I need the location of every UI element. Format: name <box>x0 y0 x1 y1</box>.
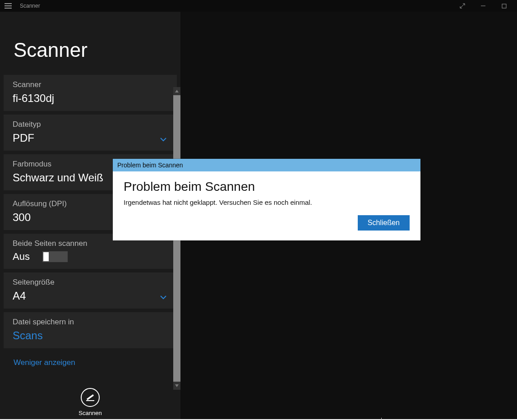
both-sides-toggle[interactable] <box>43 252 67 261</box>
toggle-state: Aus <box>13 251 30 263</box>
svg-marker-3 <box>175 384 179 387</box>
chevron-down-icon <box>160 293 167 301</box>
scan-button-label: Scannen <box>78 410 102 416</box>
setting-page-size[interactable]: Seitengröße A4 <box>4 272 177 309</box>
svg-marker-2 <box>175 90 179 92</box>
setting-value: Scans <box>13 329 168 342</box>
scan-button[interactable] <box>81 388 100 407</box>
window-controls <box>452 1 514 10</box>
dialog-heading: Problem beim Scannen <box>124 180 410 194</box>
setting-label: Datei speichern in <box>13 318 168 327</box>
setting-value: A4 <box>13 290 168 302</box>
window-title: Scanner <box>20 3 40 9</box>
setting-value: PDF <box>13 132 168 144</box>
chevron-down-icon <box>160 135 167 143</box>
show-less-link[interactable]: Weniger anzeigen <box>0 352 180 367</box>
scroll-up-icon[interactable] <box>173 87 180 95</box>
maximize-icon[interactable] <box>494 1 514 10</box>
setting-file-type[interactable]: Dateityp PDF <box>4 115 177 151</box>
svg-rect-4 <box>86 400 94 401</box>
setting-label: Beide Seiten scannen <box>13 239 168 248</box>
page-title: Scanner <box>0 12 180 75</box>
setting-save-to[interactable]: Datei speichern in Scans <box>4 312 177 348</box>
setting-label: Scanner <box>13 80 168 89</box>
setting-label: Dateityp <box>13 120 168 129</box>
hamburger-icon[interactable] <box>5 3 12 9</box>
scanner-icon <box>85 392 96 403</box>
setting-value: fi-6130dj <box>13 92 168 105</box>
svg-rect-1 <box>502 4 506 8</box>
setting-label: Seitengröße <box>13 278 168 287</box>
expand-icon[interactable] <box>452 1 473 10</box>
window-titlebar: Scanner <box>0 0 517 12</box>
error-dialog: Problem beim Scannen Problem beim Scanne… <box>113 159 420 240</box>
dialog-message: Irgendetwas hat nicht geklappt. Versuche… <box>124 198 410 206</box>
minimize-icon[interactable] <box>473 1 494 10</box>
dialog-titlebar[interactable]: Problem beim Scannen <box>113 159 420 171</box>
dialog-close-button[interactable]: Schließen <box>358 215 410 231</box>
setting-scanner[interactable]: Scanner fi-6130dj <box>4 75 177 111</box>
status-separator <box>381 418 382 420</box>
